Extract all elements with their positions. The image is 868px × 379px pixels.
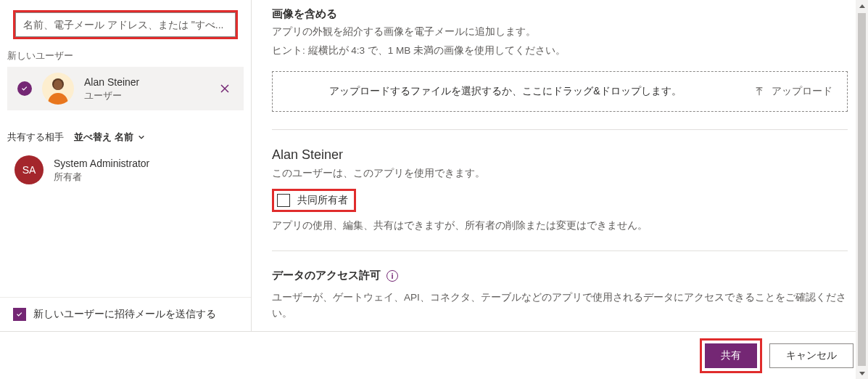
owner-row[interactable]: SA System Administrator 所有者 <box>0 151 251 189</box>
divider <box>272 250 848 251</box>
avatar <box>42 73 74 105</box>
image-section-title: 画像を含める <box>272 7 848 21</box>
selected-user-text: Alan Steiner ユーザー <box>84 76 206 102</box>
divider <box>272 129 848 130</box>
info-icon[interactable]: i <box>387 270 398 282</box>
upload-label: アップロード <box>772 85 832 98</box>
left-footer: 新しいユーザーに招待メールを送信する <box>0 297 251 331</box>
svg-point-1 <box>54 80 62 90</box>
sort-dropdown[interactable]: 並べ替え 名前 <box>74 131 145 144</box>
selected-user-role: ユーザー <box>84 89 206 102</box>
invite-mail-checkbox[interactable]: 新しいユーザーに招待メールを送信する <box>13 308 238 321</box>
sort-label: 並べ替え 名前 <box>74 131 133 144</box>
user-desc: このユーザーは、このアプリを使用できます。 <box>272 166 848 182</box>
share-with-label: 共有する相手 <box>7 131 64 144</box>
person-name: Alan Steiner <box>272 147 848 163</box>
upload-arrow-icon <box>754 86 764 97</box>
coowner-label: 共同所有者 <box>297 194 348 207</box>
invite-mail-label: 新しいユーザーに招待メールを送信する <box>33 308 216 321</box>
right-pane: 画像を含める アプリの外観を紹介する画像を電子メールに追加します。 ヒント: 縦… <box>252 0 868 331</box>
page-scrollbar[interactable] <box>856 0 868 379</box>
left-pane: 新しいユーザー Alan Steiner ユーザー 共有する相手 並べ替え 名前 <box>0 0 252 331</box>
coowner-checkbox[interactable]: 共同所有者 <box>272 189 356 212</box>
selected-user-name: Alan Steiner <box>84 76 206 89</box>
dropzone-text: アップロードするファイルを選択するか、ここにドラッグ&ドロップします。 <box>273 85 738 98</box>
search-highlight-box <box>13 10 238 39</box>
checkbox-unchecked-icon <box>277 194 290 207</box>
share-with-header: 共有する相手 並べ替え 名前 <box>0 110 251 151</box>
coowner-desc: アプリの使用、編集、共有はできますが、所有者の削除または変更はできません。 <box>272 218 848 234</box>
new-user-label: 新しいユーザー <box>0 49 251 67</box>
scroll-down-icon[interactable] <box>856 367 868 379</box>
owner-role: 所有者 <box>54 171 236 184</box>
scroll-up-icon[interactable] <box>856 0 868 12</box>
owner-text: System Administrator 所有者 <box>54 157 236 183</box>
selected-user-row[interactable]: Alan Steiner ユーザー <box>7 67 244 110</box>
avatar-initials: SA <box>15 155 44 184</box>
image-section-desc: アプリの外観を紹介する画像を電子メールに追加します。 <box>272 24 848 40</box>
owner-name: System Administrator <box>54 157 236 171</box>
image-section-hint: ヒント: 縦横比が 4:3 で、1 MB 未満の画像を使用してください。 <box>272 43 848 59</box>
checkmark-circle-icon <box>17 81 32 96</box>
permission-title-text: データのアクセス許可 <box>272 269 381 282</box>
permission-desc: ユーザーが、ゲートウェイ、API、コネクタ、テーブルなどのアプリで使用されるデー… <box>272 290 848 321</box>
upload-button[interactable]: アップロード <box>738 72 847 111</box>
remove-user-button[interactable] <box>216 80 233 97</box>
cancel-button[interactable]: キャンセル <box>769 343 853 368</box>
permission-section-title: データのアクセス許可 i <box>272 269 848 282</box>
share-button-highlight: 共有 <box>700 338 762 373</box>
chevron-down-icon <box>138 131 145 143</box>
checkbox-checked-icon <box>13 308 26 321</box>
share-button[interactable]: 共有 <box>705 343 757 368</box>
search-input[interactable] <box>15 12 236 37</box>
scroll-thumb[interactable] <box>858 13 866 366</box>
dialog-footer: 共有 キャンセル <box>0 331 868 379</box>
upload-dropzone[interactable]: アップロードするファイルを選択するか、ここにドラッグ&ドロップします。 アップロ… <box>272 71 848 112</box>
